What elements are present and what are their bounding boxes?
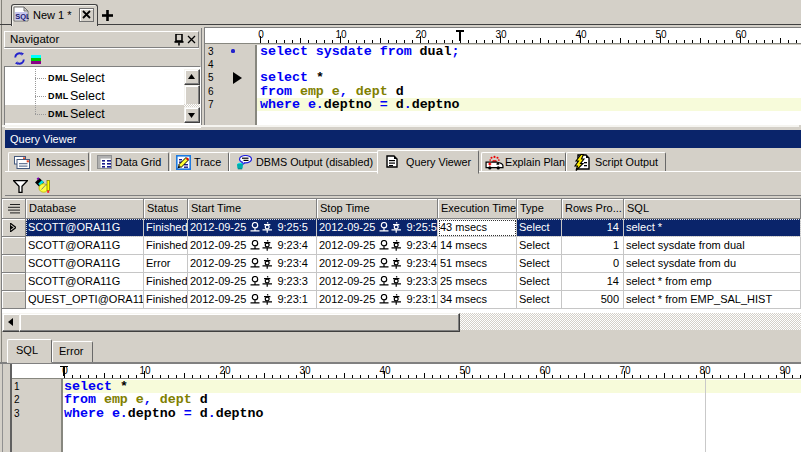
svg-text:SQL: SQL	[15, 12, 29, 21]
